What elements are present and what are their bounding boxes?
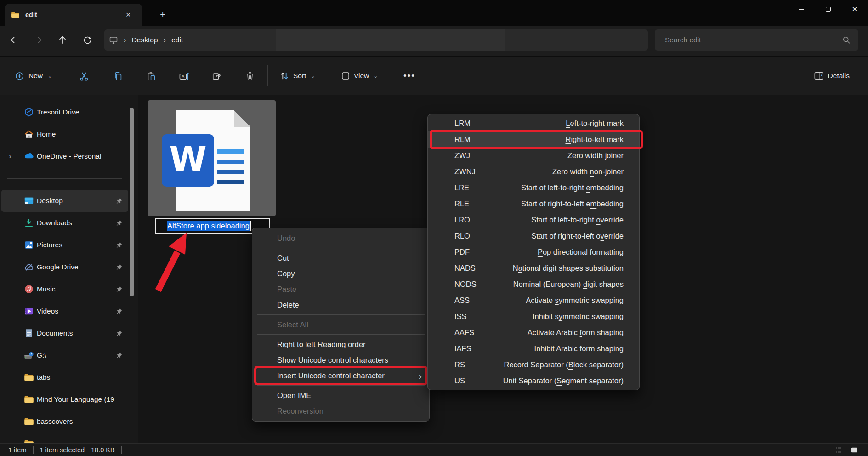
search-box[interactable] — [655, 29, 858, 51]
submenu-item-zwj[interactable]: ZWJZero width joiner — [428, 148, 639, 164]
sidebar-item-tabs[interactable]: tabs — [1, 366, 128, 388]
submenu-item-rlo[interactable]: RLOStart of right-to-left override — [428, 228, 639, 244]
submenu-item-us[interactable]: USUnit Separator (Segment separator) — [428, 373, 639, 389]
sidebar-scrollbar[interactable] — [130, 108, 134, 296]
tab-close-icon[interactable]: ✕ — [122, 9, 134, 21]
submenu-item-lre[interactable]: LREStart of left-to-right embedding — [428, 180, 639, 196]
toolbar-divider — [267, 65, 268, 86]
breadcrumb[interactable]: › Desktop › edit — [104, 29, 648, 51]
up-arrow-icon — [57, 35, 68, 45]
submenu-item-nods[interactable]: NODSNominal (European) digit shapes — [428, 276, 639, 292]
up-button[interactable] — [53, 31, 72, 49]
new-button[interactable]: New ⌄ — [8, 66, 58, 86]
sidebar-item-pictures[interactable]: Pictures — [1, 234, 128, 256]
view-button[interactable]: View ⌄ — [336, 66, 383, 86]
cut-button[interactable] — [74, 67, 94, 86]
tab-title: edit — [25, 11, 122, 18]
submenu-item-lrm[interactable]: LRMLeft-to-right mark — [428, 115, 639, 131]
sidebar-item-home[interactable]: Home — [1, 123, 128, 145]
item-count: 1 item — [8, 446, 27, 454]
tab-edit[interactable]: edit ✕ — [5, 4, 142, 26]
submenu-item-description: Zero width non-joiner — [552, 167, 624, 176]
submenu-item-zwnj[interactable]: ZWNJZero width non-joiner — [428, 164, 639, 180]
submenu-item-lro[interactable]: LROStart of left-to-right override — [428, 212, 639, 228]
submenu-item-code: IAFS — [454, 344, 471, 353]
submenu-item-iafs[interactable]: IAFSInhibit Arabic form shaping — [428, 341, 639, 357]
folder-icon — [24, 394, 34, 405]
menu-item-right-to-left-reading-order[interactable]: Right to left Reading order — [252, 336, 429, 352]
details-view-toggle[interactable] — [833, 445, 844, 455]
search-input[interactable] — [655, 36, 842, 44]
sidebar-item-videos[interactable]: Videos — [1, 300, 128, 322]
thumbnail-view-toggle[interactable] — [849, 445, 860, 455]
back-arrow-icon — [10, 35, 20, 45]
pin-icon — [116, 286, 123, 293]
menu-item-cut[interactable]: Cut — [252, 250, 429, 266]
forward-button[interactable] — [28, 31, 47, 49]
submenu-item-ass[interactable]: ASSActivate symmetric swapping — [428, 292, 639, 308]
documents-icon — [24, 328, 34, 338]
status-divider — [33, 446, 34, 454]
sidebar-item-desktop[interactable]: Desktop — [1, 190, 128, 212]
sidebar-item-g[interactable]: ?G:\ — [1, 344, 128, 366]
submenu-item-pdf[interactable]: PDFPop directional formatting — [428, 244, 639, 260]
sidebar-item-onedrive-personal[interactable]: ›OneDrive - Personal — [1, 145, 128, 167]
svg-text:A: A — [182, 74, 185, 79]
menu-divider — [257, 248, 425, 248]
submenu-item-iss[interactable]: ISSInhibit symmetric swapping — [428, 308, 639, 325]
submenu-item-description: Right-to-left mark — [565, 135, 624, 144]
maximize-button[interactable] — [815, 0, 841, 18]
submenu-item-aafs[interactable]: AAFSActivate Arabic form shaping — [428, 325, 639, 341]
submenu-item-code: ISS — [454, 312, 467, 321]
refresh-button[interactable] — [78, 31, 96, 49]
folder-icon — [24, 372, 34, 382]
submenu-item-rlm[interactable]: RLMRight-to-left mark — [428, 131, 639, 148]
sidebar-item-tresorit-drive[interactable]: Tresorit Drive — [1, 101, 128, 123]
menu-item-open-ime[interactable]: Open IME — [252, 388, 429, 403]
text-caret — [250, 221, 251, 231]
submenu-item-nads[interactable]: NADSNational digit shapes substitution — [428, 260, 639, 276]
close-button[interactable]: ✕ — [841, 0, 868, 18]
sidebar-item-label: Documents — [37, 329, 114, 337]
sidebar-item-music[interactable]: Music — [1, 278, 128, 300]
menu-item-label: Cut — [277, 254, 289, 262]
menu-item-copy[interactable]: Copy — [252, 266, 429, 281]
sidebar-item-basscovers[interactable]: basscovers — [1, 410, 128, 433]
submenu-item-code: RS — [454, 360, 465, 369]
sidebar-item-mind-your-language-197[interactable]: Mind Your Language (197 — [1, 388, 128, 410]
submenu-item-code: LRE — [454, 183, 469, 192]
sidebar-item-downloads[interactable]: Downloads — [1, 212, 128, 234]
rename-button[interactable]: A — [174, 67, 193, 86]
status-divider — [121, 446, 122, 454]
submenu-arrow-icon: › — [419, 371, 422, 381]
unicode-control-character-submenu: LRMLeft-to-right markRLMRight-to-left ma… — [427, 114, 640, 390]
menu-item-insert-unicode-control-character[interactable]: Insert Unicode control character› — [252, 368, 429, 383]
submenu-item-code: ASS — [454, 296, 470, 305]
minimize-button[interactable] — [788, 0, 815, 18]
chevron-right-icon[interactable]: › — [7, 152, 13, 160]
sort-button[interactable]: Sort ⌄ — [275, 66, 320, 86]
new-tab-button[interactable]: + — [155, 7, 170, 22]
submenu-item-rle[interactable]: RLEStart of right-to-left embedding — [428, 196, 639, 212]
window-controls: ✕ — [788, 0, 868, 18]
sidebar-item-google-drive[interactable]: Google Drive — [1, 256, 128, 278]
menu-item-delete[interactable]: Delete — [252, 297, 429, 313]
delete-button[interactable] — [240, 67, 260, 86]
share-button[interactable] — [207, 67, 227, 86]
more-options-button[interactable]: ••• — [399, 66, 420, 86]
sidebar-item-label: Google Drive — [37, 263, 114, 271]
breadcrumb-segment-edit[interactable]: edit — [171, 36, 183, 44]
list-view-icon — [834, 446, 843, 454]
submenu-item-rs[interactable]: RSRecord Separator (Block separator) — [428, 357, 639, 373]
pin-icon — [116, 330, 123, 337]
back-button[interactable] — [6, 31, 24, 49]
copy-button[interactable] — [108, 67, 128, 86]
details-button[interactable]: Details — [808, 66, 855, 86]
sidebar-item-documents[interactable]: Documents — [1, 322, 128, 344]
breadcrumb-segment-desktop[interactable]: Desktop — [132, 36, 158, 44]
toolbar-divider — [70, 65, 70, 86]
sidebar-item-label: Home — [37, 130, 114, 138]
menu-item-show-unicode-control-characters[interactable]: Show Unicode control characters — [252, 352, 429, 368]
paste-button[interactable] — [142, 67, 161, 86]
view-label: View — [354, 72, 369, 80]
